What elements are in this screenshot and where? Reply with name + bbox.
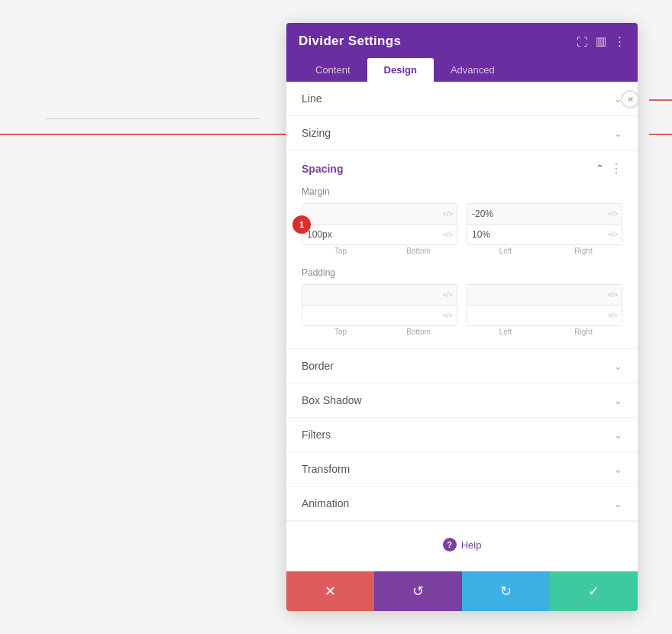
margin-top-tag: </>	[439, 210, 457, 218]
undo-button[interactable]: ↺	[374, 571, 462, 611]
panel-header: Divider Settings ⛶ ▥ ⋮ Content Design Ad…	[286, 23, 638, 82]
columns-icon[interactable]: ▥	[596, 34, 606, 48]
chevron-up-icon: ⌃	[596, 163, 604, 174]
section-transform-label: Transform	[302, 463, 350, 475]
padding-right-input[interactable]	[467, 306, 604, 325]
section-animation[interactable]: Animation ⌄	[286, 487, 638, 521]
section-line-label: Line	[302, 92, 321, 105]
margin-fields-outer: 1 </> </>	[302, 203, 622, 245]
section-animation-label: Animation	[302, 497, 349, 509]
tab-design[interactable]: Design	[367, 58, 434, 82]
tab-content[interactable]: Content	[299, 58, 367, 82]
divider-line-top	[0, 134, 286, 135]
chevron-down-icon: ⌄	[614, 429, 622, 441]
chevron-down-icon: ⌄	[614, 464, 622, 475]
action-bar: ✕ ↺ ↻ ✓	[286, 571, 638, 611]
save-button[interactable]: ✓	[550, 571, 638, 611]
margin-right-input[interactable]	[467, 225, 604, 244]
padding-right-label: Right	[544, 328, 622, 336]
spacing-section: Spacing ⌃ ⋮ Margin 1 </>	[286, 150, 638, 349]
padding-left-input[interactable]	[467, 285, 604, 305]
section-box-shadow[interactable]: Box Shadow ⌄	[286, 383, 638, 418]
more-icon[interactable]: ⋮	[614, 34, 625, 48]
panel-body: Line ⌄ Sizing ⌄ Spacing ⌃ ⋮ Margin 1	[286, 82, 638, 571]
padding-top-label: Top	[302, 328, 380, 336]
tab-advanced[interactable]: Advanced	[434, 58, 512, 82]
spacing-title: Spacing	[302, 163, 343, 175]
padding-bottom-input[interactable]	[302, 306, 439, 325]
padding-left-label: Left	[467, 328, 544, 336]
spacing-more-icon[interactable]: ⋮	[610, 161, 622, 176]
padding-top-input[interactable]	[302, 285, 439, 305]
margin-bottom-tag: </>	[439, 231, 457, 238]
margin-bottom-input[interactable]	[302, 225, 439, 244]
number-badge: 1	[292, 215, 311, 234]
padding-labels-row: Top Bottom Left Right	[302, 328, 622, 336]
help-label: Help	[461, 539, 482, 551]
margin-left-label: Left	[467, 247, 544, 255]
margin-labels-row: Top Bottom Left Right	[302, 247, 622, 255]
panel-title-row: Divider Settings ⛶ ▥ ⋮	[299, 34, 625, 49]
section-sizing[interactable]: Sizing ⌄	[286, 116, 638, 150]
chevron-down-icon: ⌄	[614, 498, 622, 509]
section-border-label: Border	[302, 360, 334, 372]
margin-group: Margin 1 </> </>	[286, 186, 638, 267]
margin-top-label: Top	[302, 247, 380, 255]
section-line[interactable]: Line ⌄	[286, 82, 638, 116]
padding-left-tag: </>	[604, 291, 622, 299]
padding-bottom-tag: </>	[439, 312, 457, 319]
divider-line-right2	[649, 134, 672, 135]
padding-top-tag: </>	[439, 291, 457, 299]
chevron-down-icon: ⌄	[614, 128, 622, 139]
chevron-down-icon: ⌄	[614, 395, 622, 406]
divider-line-right	[649, 99, 672, 101]
help-button[interactable]: ? Help	[443, 538, 482, 552]
panel-title: Divider Settings	[299, 34, 401, 49]
help-section: ? Help	[286, 521, 638, 567]
section-filters[interactable]: Filters ⌄	[286, 418, 638, 452]
section-sizing-label: Sizing	[302, 127, 331, 139]
section-transform[interactable]: Transform ⌄	[286, 452, 638, 487]
section-box-shadow-label: Box Shadow	[302, 394, 362, 406]
padding-right-tag: </>	[604, 312, 622, 319]
canvas-gray-line	[46, 118, 260, 119]
chevron-down-icon: ⌄	[614, 361, 622, 372]
settings-panel: Divider Settings ⛶ ▥ ⋮ Content Design Ad…	[286, 23, 638, 611]
spacing-header[interactable]: Spacing ⌃ ⋮	[286, 150, 638, 186]
padding-label: Padding	[302, 267, 622, 278]
section-border[interactable]: Border ⌄	[286, 349, 638, 383]
help-circle-icon: ?	[443, 538, 457, 552]
redo-button[interactable]: ↻	[462, 571, 550, 611]
section-filters-label: Filters	[302, 429, 331, 441]
spacing-header-right: ⌃ ⋮	[596, 161, 622, 176]
tabs: Content Design Advanced	[299, 58, 625, 82]
focus-icon[interactable]: ⛶	[577, 35, 588, 48]
margin-bottom-label: Bottom	[380, 247, 457, 255]
close-button[interactable]: ✕	[621, 90, 638, 108]
padding-fields-outer: </> </> </>	[302, 284, 622, 326]
margin-left-tag: </>	[604, 210, 622, 218]
padding-bottom-label: Bottom	[380, 328, 457, 336]
padding-group: Padding </> </>	[286, 267, 638, 348]
margin-top-input[interactable]	[302, 204, 439, 224]
cancel-button[interactable]: ✕	[286, 571, 374, 611]
panel-header-icons: ⛶ ▥ ⋮	[577, 34, 625, 48]
margin-right-label: Right	[544, 247, 622, 255]
margin-right-tag: </>	[604, 231, 622, 238]
margin-left-input[interactable]	[467, 204, 604, 224]
margin-label: Margin	[302, 186, 622, 197]
